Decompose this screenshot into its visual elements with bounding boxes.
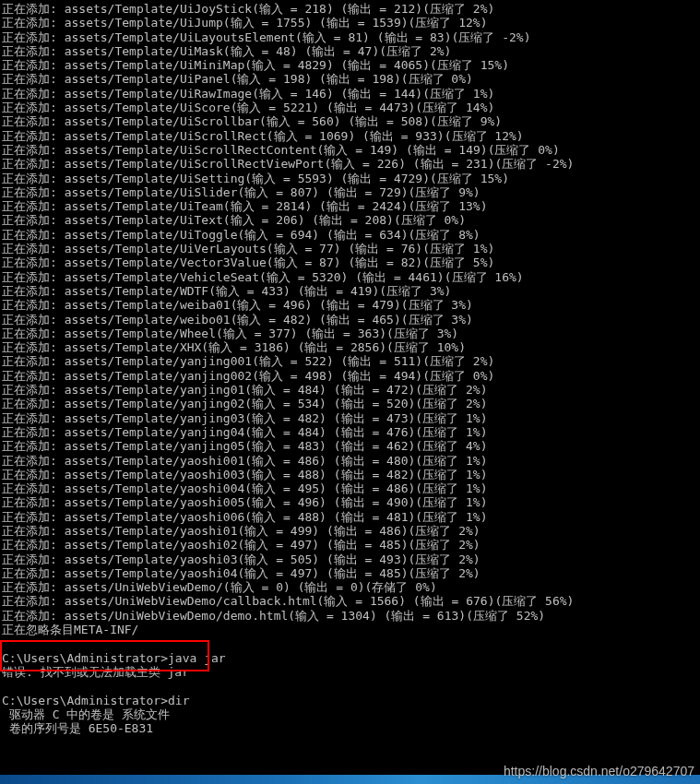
log-line: 正在添加: assets/Template/VehicleSeat(输入 = 5… (2, 270, 700, 284)
log-line: 正在添加: assets/Template/UiJump(输入 = 1755) … (2, 16, 700, 30)
log-line: 正在添加: assets/Template/yanjing001(输入 = 52… (2, 354, 700, 368)
log-line: 正在添加: assets/Template/weiba01(输入 = 496) … (2, 298, 700, 312)
log-line: 正在添加: assets/Template/Wheel(输入 = 377) (输… (2, 327, 700, 340)
blank-line (2, 679, 700, 693)
log-line: 正在添加: assets/Template/yanjing02(输入 = 534… (2, 397, 700, 410)
log-line: 正在添加: assets/Template/UiSlider(输入 = 807)… (2, 185, 700, 199)
log-line: 正在添加: assets/Template/yaoshi003(输入 = 488… (2, 468, 700, 481)
log-line: 正在添加: assets/Template/yanjing03(输入 = 482… (2, 411, 700, 425)
log-line: 正在添加: assets/Template/yanjing04(输入 = 484… (2, 425, 700, 439)
log-line: 正在添加: assets/Template/UiTeam(输入 = 2814) … (2, 199, 700, 213)
log-line: 正在添加: assets/Template/WDTF(输入 = 433) (输出… (2, 284, 700, 298)
log-line: 正在添加: assets/Template/yaoshi005(输入 = 496… (2, 495, 700, 509)
log-line: 正在添加: assets/Template/yanjing05(输入 = 483… (2, 439, 700, 453)
log-line: 正在添加: assets/Template/UiToggle(输入 = 694)… (2, 228, 700, 242)
terminal-output[interactable]: 正在添加: assets/Template/UiJoyStick(输入 = 21… (0, 0, 700, 735)
log-line: 正在添加: assets/Template/UiLayoutsElement(输… (2, 30, 700, 44)
log-line: 正在添加: assets/Template/UiMiniMap(输入 = 482… (2, 58, 700, 72)
error-line: 错误: 找不到或无法加载主类 jar (2, 665, 700, 679)
log-line: 正在添加: assets/Template/UiScrollRectViewPo… (2, 157, 700, 171)
prompt-line: C:\Users\Administrator>dir (2, 694, 700, 707)
log-line: 正在添加: assets/Template/UiRawImage(输入 = 14… (2, 87, 700, 101)
log-line: 正在添加: assets/UniWebViewDemo/(输入 = 0) (输出… (2, 580, 700, 594)
serial-line: 卷的序列号是 6E50-E831 (2, 721, 700, 735)
log-line: 正在添加: assets/Template/yanjing002(输入 = 49… (2, 369, 700, 383)
log-line: 正在添加: assets/Template/yaoshi02(输入 = 497)… (2, 538, 700, 552)
log-line: 正在添加: assets/Template/UiScrollRect(输入 = … (2, 129, 700, 143)
log-line: 正在添加: assets/Template/UiScrollbar(输入 = 5… (2, 114, 700, 128)
log-line: 正在添加: assets/Template/yaoshi001(输入 = 486… (2, 454, 700, 468)
log-line: 正在添加: assets/Template/yaoshi01(输入 = 499)… (2, 524, 700, 538)
log-line: 正在添加: assets/Template/UiText(输入 = 206) (… (2, 213, 700, 227)
log-line: 正在添加: assets/Template/weibo01(输入 = 482) … (2, 313, 700, 327)
log-line: 正在添加: assets/Template/UiJoyStick(输入 = 21… (2, 2, 700, 16)
log-line: 正在添加: assets/Template/yaoshi004(输入 = 495… (2, 481, 700, 495)
log-line: 正在添加: assets/Template/Vector3Value(输入 = … (2, 255, 700, 269)
log-line: 正在添加: assets/UniWebViewDemo/demo.html(输入… (2, 609, 700, 623)
log-line: 正在添加: assets/Template/yaoshi006(输入 = 488… (2, 510, 700, 524)
blank-line (2, 636, 700, 650)
log-line: 正在添加: assets/Template/UiVerLayouts(输入 = … (2, 242, 700, 255)
log-line: 正在添加: assets/Template/UiScrollRectConten… (2, 143, 700, 157)
skip-line: 正在忽略条目META-INF/ (2, 623, 700, 636)
log-line: 正在添加: assets/Template/UiScore(输入 = 5221)… (2, 101, 700, 114)
log-line: 正在添加: assets/UniWebViewDemo/callback.htm… (2, 594, 700, 608)
log-line: 正在添加: assets/Template/XHX(输入 = 3186) (输出… (2, 340, 700, 354)
log-line: 正在添加: assets/Template/UiSetting(输入 = 559… (2, 172, 700, 185)
log-line: 正在添加: assets/Template/yaoshi04(输入 = 497)… (2, 566, 700, 580)
drive-line: 驱动器 C 中的卷是 系统文件 (2, 707, 700, 721)
log-line: 正在添加: assets/Template/UiPanel(输入 = 198) … (2, 72, 700, 86)
log-line: 正在添加: assets/Template/UiMask(输入 = 48) (输… (2, 44, 700, 58)
prompt-line: C:\Users\Administrator>java jar (2, 651, 700, 665)
log-line: 正在添加: assets/Template/yanjing01(输入 = 484… (2, 383, 700, 397)
watermark-text: https://blog.csdn.net/o279642707 (504, 765, 694, 778)
log-line: 正在添加: assets/Template/yaoshi03(输入 = 505)… (2, 552, 700, 566)
